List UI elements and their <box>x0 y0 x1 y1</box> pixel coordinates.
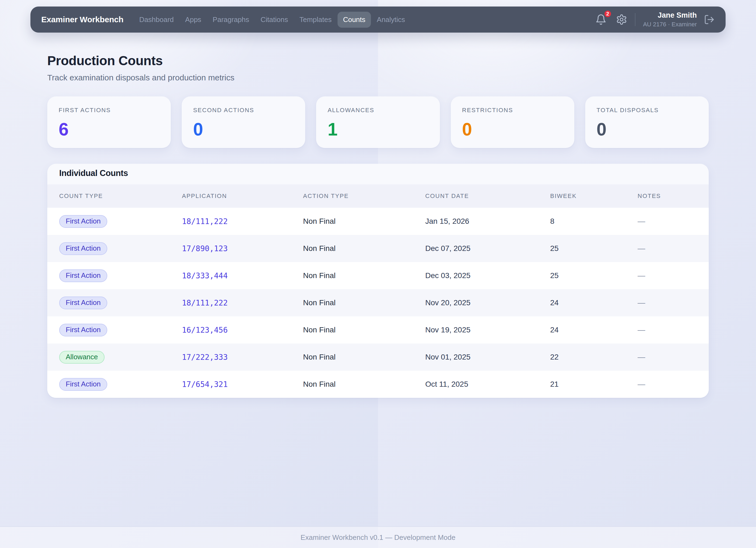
notes-cell: — <box>626 371 709 398</box>
table-row: First Action 17/654,321 Non Final Oct 11… <box>47 371 709 398</box>
biweek-cell: 25 <box>538 262 626 289</box>
stat-label: FIRST ACTIONS <box>59 107 159 114</box>
stat-value: 0 <box>597 120 697 138</box>
count-type-pill: First Action <box>59 269 107 282</box>
column-header-count-type: COUNT TYPE <box>47 184 170 208</box>
page-title: Production Counts <box>47 53 709 68</box>
table-row: First Action 18/111,222 Non Final Nov 20… <box>47 289 709 316</box>
counts-table: COUNT TYPEAPPLICATIONACTION TYPECOUNT DA… <box>47 184 709 398</box>
stat-label: TOTAL DISPOSALS <box>597 107 697 114</box>
table-row: First Action 16/123,456 Non Final Nov 19… <box>47 316 709 344</box>
application-link[interactable]: 16/123,456 <box>182 326 228 335</box>
action-type-cell: Non Final <box>291 208 413 235</box>
stat-value: 0 <box>193 120 294 138</box>
table-row: First Action 17/890,123 Non Final Dec 07… <box>47 235 709 262</box>
stat-value: 6 <box>59 120 159 138</box>
nav-item-citations[interactable]: Citations <box>261 15 288 24</box>
application-link[interactable]: 17/654,321 <box>182 380 228 389</box>
stat-label: RESTRICTIONS <box>462 107 563 114</box>
action-type-cell: Non Final <box>291 289 413 316</box>
app-brand: Examiner Workbench <box>41 15 124 24</box>
table-header-row: COUNT TYPEAPPLICATIONACTION TYPECOUNT DA… <box>47 184 709 208</box>
stat-card-second-actions: SECOND ACTIONS 0 <box>182 96 305 148</box>
application-link[interactable]: 18/111,222 <box>182 298 228 307</box>
application-link[interactable]: 17/222,333 <box>182 353 228 362</box>
table-title: Individual Counts <box>47 164 709 184</box>
stat-label: ALLOWANCES <box>327 107 428 114</box>
main-content: Production Counts Track examination disp… <box>47 53 709 398</box>
user-block: Jane Smith AU 2176 · Examiner <box>643 11 697 29</box>
user-meta: AU 2176 · Examiner <box>643 21 697 29</box>
count-date-cell: Nov 20, 2025 <box>413 289 538 316</box>
nav-right-cluster: 2 Jane Smith AU 2176 · Examiner <box>595 11 715 29</box>
table-body: First Action 18/111,222 Non Final Jan 15… <box>47 208 709 398</box>
count-date-cell: Dec 07, 2025 <box>413 235 538 262</box>
count-date-cell: Nov 01, 2025 <box>413 344 538 371</box>
application-link[interactable]: 18/333,444 <box>182 271 228 280</box>
nav-divider <box>635 13 635 26</box>
notifications-button[interactable]: 2 <box>595 14 607 25</box>
biweek-cell: 24 <box>538 289 626 316</box>
nav-item-templates[interactable]: Templates <box>300 15 332 24</box>
stat-value: 1 <box>327 120 428 138</box>
stat-card-first-actions: FIRST ACTIONS 6 <box>47 96 171 148</box>
footer-text: Examiner Workbench v0.1 — Development Mo… <box>301 533 455 542</box>
action-type-cell: Non Final <box>291 371 413 398</box>
column-header-application: APPLICATION <box>170 184 291 208</box>
notes-cell: — <box>626 316 709 344</box>
table-row: First Action 18/333,444 Non Final Dec 03… <box>47 262 709 289</box>
nav-item-paragraphs[interactable]: Paragraphs <box>213 15 249 24</box>
column-header-notes: NOTES <box>626 184 709 208</box>
stats-grid: FIRST ACTIONS 6 SECOND ACTIONS 0 ALLOWAN… <box>47 96 709 148</box>
nav-item-dashboard[interactable]: Dashboard <box>139 15 174 24</box>
application-link[interactable]: 18/111,222 <box>182 217 228 226</box>
table-row: First Action 18/111,222 Non Final Jan 15… <box>47 208 709 235</box>
user-name: Jane Smith <box>643 11 697 20</box>
nav-item-counts[interactable]: Counts <box>338 12 371 28</box>
biweek-cell: 8 <box>538 208 626 235</box>
nav-item-apps[interactable]: Apps <box>185 15 201 24</box>
nav-links: DashboardAppsParagraphsCitationsTemplate… <box>139 15 405 24</box>
stat-card-allowances: ALLOWANCES 1 <box>316 96 440 148</box>
biweek-cell: 21 <box>538 371 626 398</box>
notes-cell: — <box>626 235 709 262</box>
count-date-cell: Oct 11, 2025 <box>413 371 538 398</box>
count-date-cell: Dec 03, 2025 <box>413 262 538 289</box>
notes-cell: — <box>626 289 709 316</box>
count-type-pill: Allowance <box>59 351 105 364</box>
stat-value: 0 <box>462 120 563 138</box>
biweek-cell: 22 <box>538 344 626 371</box>
footer: Examiner Workbench v0.1 — Development Mo… <box>0 526 756 548</box>
action-type-cell: Non Final <box>291 235 413 262</box>
logout-button[interactable] <box>704 14 715 25</box>
notes-cell: — <box>626 208 709 235</box>
nav-item-analytics[interactable]: Analytics <box>377 15 405 24</box>
column-header-biweek: BIWEEK <box>538 184 626 208</box>
page-subtitle: Track examination disposals and producti… <box>47 73 709 82</box>
notes-cell: — <box>626 344 709 371</box>
top-navbar: Examiner Workbench DashboardAppsParagrap… <box>30 7 726 33</box>
biweek-cell: 24 <box>538 316 626 344</box>
count-type-pill: First Action <box>59 215 107 228</box>
count-type-pill: First Action <box>59 324 107 336</box>
count-date-cell: Nov 19, 2025 <box>413 316 538 344</box>
count-type-pill: First Action <box>59 297 107 309</box>
action-type-cell: Non Final <box>291 344 413 371</box>
column-header-count-date: COUNT DATE <box>413 184 538 208</box>
count-type-pill: First Action <box>59 242 107 255</box>
count-date-cell: Jan 15, 2026 <box>413 208 538 235</box>
stat-card-restrictions: RESTRICTIONS 0 <box>451 96 574 148</box>
action-type-cell: Non Final <box>291 262 413 289</box>
settings-button[interactable] <box>616 14 627 25</box>
logout-icon <box>704 14 715 25</box>
gear-icon <box>616 14 627 25</box>
stat-label: SECOND ACTIONS <box>193 107 294 114</box>
application-link[interactable]: 17/890,123 <box>182 244 228 253</box>
stat-card-total-disposals: TOTAL DISPOSALS 0 <box>585 96 709 148</box>
individual-counts-card: Individual Counts COUNT TYPEAPPLICATIONA… <box>47 164 709 398</box>
biweek-cell: 25 <box>538 235 626 262</box>
count-type-pill: First Action <box>59 378 107 391</box>
notes-cell: — <box>626 262 709 289</box>
action-type-cell: Non Final <box>291 316 413 344</box>
table-row: Allowance 17/222,333 Non Final Nov 01, 2… <box>47 344 709 371</box>
